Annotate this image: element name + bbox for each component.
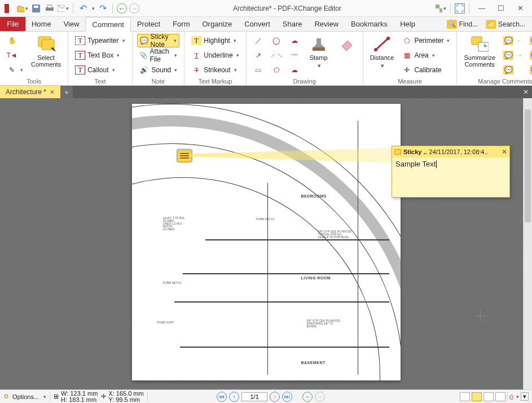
save-icon[interactable] xyxy=(30,3,42,14)
menu-home[interactable]: Home xyxy=(25,17,58,31)
calibrate-button[interactable]: ✛Calibrate xyxy=(399,63,452,77)
export-comments-button[interactable]: 💬→ xyxy=(501,49,524,62)
sticky-popup-header[interactable]: Sticky .. 24/11/2017, 12:08:4.. ✕ xyxy=(392,146,509,157)
status-position: ✛ X: 165.0 mm Y: 99.5 mm xyxy=(101,391,143,403)
view-continuous-button[interactable] xyxy=(472,392,482,401)
flatten-comments-button[interactable]: 💬▾ xyxy=(527,49,532,62)
sound-icon: 🔊 xyxy=(139,65,150,75)
maximize-button[interactable]: ☐ xyxy=(493,2,509,15)
attach-file-button[interactable]: 📎Attach File▾ xyxy=(137,49,180,62)
svg-rect-8 xyxy=(439,8,442,12)
options-button[interactable]: Options... xyxy=(12,393,39,400)
view-facing-cont-button[interactable] xyxy=(495,392,505,401)
show-comments-button[interactable]: 💬▾ xyxy=(527,34,532,47)
polygon-tool[interactable]: ⬠ xyxy=(269,63,284,77)
eraser-button[interactable] xyxy=(336,34,358,54)
underline-button[interactable]: TUnderline▾ xyxy=(189,49,241,62)
view-single-button[interactable] xyxy=(460,392,470,401)
cloud-poly-tool[interactable]: ☁ xyxy=(287,63,302,77)
minimize-button[interactable]: — xyxy=(473,2,490,15)
summarize-comments-button[interactable]: Summarize Comments xyxy=(461,34,498,69)
summarize-icon xyxy=(471,35,489,53)
stamp-icon xyxy=(310,35,328,53)
options-gear-icon[interactable]: ⚙ xyxy=(3,393,9,400)
new-tab-button[interactable]: + xyxy=(60,86,73,98)
email-icon[interactable]: ▾ xyxy=(58,3,69,14)
menu-convert[interactable]: Convert xyxy=(238,17,276,31)
sticky-note-annotation[interactable] xyxy=(177,150,192,162)
sticky-note-icon: 💬 xyxy=(140,36,148,45)
comment-styles-button[interactable]: 💬▾ xyxy=(527,63,532,77)
open-icon[interactable]: ▾ xyxy=(17,3,28,14)
textbox-button[interactable]: TText Box▾ xyxy=(73,49,127,62)
menu-review[interactable]: Review xyxy=(308,17,345,31)
first-page-button[interactable]: ⏮ xyxy=(217,392,227,402)
last-page-button[interactable]: ⏭ xyxy=(282,392,292,402)
status-dimensions: ⊞ W: 123.1 mm H: 183.1 mm xyxy=(54,391,98,403)
nav-back-button[interactable]: ← xyxy=(302,392,313,402)
document-tab[interactable]: Architecture * ✕ xyxy=(0,86,60,98)
menu-bookmarks[interactable]: Bookmarks xyxy=(345,17,394,31)
perimeter-button[interactable]: ⬠Perimeter▾ xyxy=(399,34,452,47)
close-tab-icon[interactable]: ✕ xyxy=(50,89,55,96)
close-all-tabs-button[interactable]: ✕ xyxy=(520,86,532,98)
pdf-page[interactable]: BEDROOMS LIVING ROOM BASEMENT 12x2½" TYP… xyxy=(132,104,401,380)
highlight-button[interactable]: THighlight▾ xyxy=(189,34,241,47)
document-tab-strip: Architecture * ✕ + ✕ xyxy=(0,86,532,98)
nav-back-icon[interactable]: ← xyxy=(117,3,127,14)
fullscreen-icon[interactable]: ⛶ xyxy=(455,3,465,14)
zoom-dropdown-icon[interactable]: ▾ xyxy=(521,392,529,401)
find-button[interactable]: 🔍Find... xyxy=(443,19,481,30)
polyline-tool[interactable]: ⟋⟍ xyxy=(269,49,284,62)
vertical-scrollbar[interactable] xyxy=(523,98,532,389)
comments-list-button[interactable]: 💬 xyxy=(501,63,524,77)
edit-tool[interactable]: ✎▾ xyxy=(5,63,25,77)
sticky-note-small-icon xyxy=(394,149,401,155)
stamp-button[interactable]: Stamp▾ xyxy=(305,34,332,70)
oval-tool[interactable]: ◯ xyxy=(269,34,284,47)
document-area[interactable]: BEDROOMS LIVING ROOM BASEMENT 12x2½" TYP… xyxy=(0,98,532,389)
view-facing-button[interactable] xyxy=(483,392,494,401)
distance-button[interactable]: Distance▾ xyxy=(368,34,397,70)
sticky-popup-close-icon[interactable]: ✕ xyxy=(502,148,507,156)
page-number-input[interactable] xyxy=(241,392,267,401)
print-icon[interactable] xyxy=(44,3,55,14)
status-bar: ⚙ Options...▾ ⊞ W: 123.1 mm H: 183.1 mm … xyxy=(0,389,532,403)
sticky-note-button[interactable]: 💬Sticky Note▾ xyxy=(137,34,180,47)
next-page-button[interactable]: › xyxy=(270,392,280,402)
prev-page-button[interactable]: ‹ xyxy=(229,392,239,402)
strikeout-button[interactable]: TStrikeout▾ xyxy=(189,63,241,77)
ui-options-icon[interactable]: ▾ xyxy=(435,3,446,14)
hand-tool[interactable]: ✋ xyxy=(5,34,25,47)
cloud-tool[interactable]: ☁ xyxy=(287,34,302,47)
area-button[interactable]: ▦Area▾ xyxy=(399,49,452,62)
callout-button[interactable]: TCallout▾ xyxy=(73,63,127,77)
search-button[interactable]: 📁Search... xyxy=(482,19,529,30)
rect-tool[interactable]: ▭ xyxy=(251,63,266,77)
ribbon-group-markup: THighlight▾ TUnderline▾ TStrikeout▾ Text… xyxy=(184,32,246,85)
file-menu[interactable]: File xyxy=(0,17,25,31)
perimeter-icon: ⬠ xyxy=(402,36,412,45)
close-button[interactable]: ✕ xyxy=(512,2,529,15)
pencil-tool[interactable]: 〰 xyxy=(287,49,302,62)
menu-comment[interactable]: Comment xyxy=(86,17,131,32)
sound-button[interactable]: 🔊Sound▾ xyxy=(137,63,180,77)
undo-icon[interactable]: ↶ xyxy=(77,3,89,14)
zoom-fit-icon[interactable]: ⎙ xyxy=(509,393,513,400)
typewriter-button[interactable]: TTypewriter▾ xyxy=(73,34,127,47)
sticky-popup-body[interactable]: Sample Text xyxy=(392,157,509,197)
select-comments-button[interactable]: Select Comments xyxy=(29,34,63,69)
menu-share[interactable]: Share xyxy=(276,17,309,31)
menu-view[interactable]: View xyxy=(58,17,86,31)
select-text-tool[interactable]: Ꭲ◄ xyxy=(5,49,25,62)
sticky-note-popup[interactable]: Sticky .. 24/11/2017, 12:08:4.. ✕ Sample… xyxy=(392,146,510,198)
menu-help[interactable]: Help xyxy=(394,17,421,31)
redo-icon[interactable]: ↷ xyxy=(97,3,108,14)
menu-protect[interactable]: Protect xyxy=(131,17,166,31)
menu-organize[interactable]: Organize xyxy=(196,17,238,31)
scrollbar-thumb[interactable] xyxy=(525,109,531,222)
arrow-tool[interactable]: ↗ xyxy=(251,49,266,62)
import-comments-button[interactable]: 💬← xyxy=(501,34,524,47)
line-tool[interactable]: ／ xyxy=(251,34,266,47)
menu-form[interactable]: Form xyxy=(166,17,196,31)
